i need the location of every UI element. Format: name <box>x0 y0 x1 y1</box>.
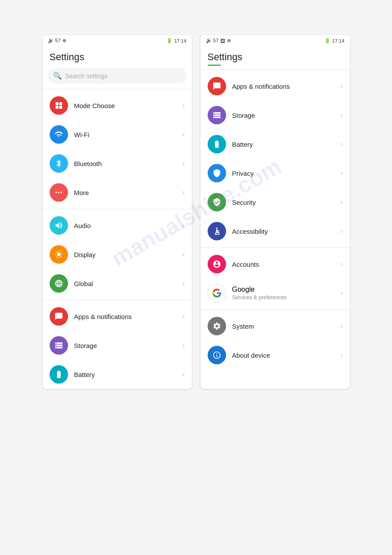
right-divider-3 <box>201 309 350 310</box>
right-privacy-label: Privacy <box>232 170 341 177</box>
left-battery-icon: 🔋 <box>166 38 173 44</box>
search-input[interactable]: Search settings <box>65 73 108 80</box>
battery-icon-left <box>50 365 68 384</box>
right-google-label: Google <box>232 286 341 294</box>
left-group-3: Apps & notifications › Storage › Battery… <box>43 302 192 389</box>
right-status-left: 🔊 57 🖼 ⊕ <box>206 38 231 44</box>
right-divider-2 <box>201 247 350 248</box>
right-settings-item-accessibility[interactable]: Accessibility › <box>201 217 350 246</box>
right-security-icon <box>208 193 226 211</box>
right-accounts-label: Accounts <box>232 261 341 268</box>
right-settings-item-apps-notifications[interactable]: Apps & notifications › <box>201 72 350 101</box>
right-about-device-label: About device <box>232 352 341 359</box>
right-accessibility-chevron: › <box>340 227 342 235</box>
right-status-right: 🔋 17:14 <box>324 38 345 44</box>
right-security-label: Security <box>232 199 341 206</box>
right-screen-title: Settings <box>201 46 350 65</box>
settings-item-global[interactable]: Global › <box>43 269 192 298</box>
right-screen-title-underline <box>208 65 221 66</box>
right-time: 17:14 <box>332 38 345 44</box>
right-battery-label: Battery <box>232 141 341 148</box>
left-time: 17:14 <box>174 38 187 44</box>
right-accessibility-label: Accessibility <box>232 228 341 235</box>
right-privacy-icon <box>208 164 226 182</box>
right-google-chevron: › <box>340 289 342 297</box>
apps-notifications-icon-left <box>50 307 68 326</box>
audio-chevron: › <box>182 221 184 229</box>
wifi-chevron: › <box>182 131 184 138</box>
svg-rect-1 <box>59 102 62 105</box>
settings-item-battery[interactable]: Battery › <box>43 360 192 389</box>
search-icon: 🔍 <box>53 72 62 80</box>
settings-item-audio[interactable]: Audio › <box>43 211 192 240</box>
right-about-device-icon <box>208 346 226 364</box>
settings-item-display[interactable]: Display › <box>43 240 192 269</box>
right-storage-chevron: › <box>340 111 342 119</box>
storage-chevron-left: › <box>182 341 184 349</box>
right-apps-notifications-chevron: › <box>340 82 342 90</box>
right-system-icon <box>208 317 226 335</box>
mode-choose-chevron: › <box>182 102 184 109</box>
right-group-3: System › About device › <box>201 312 350 370</box>
svg-rect-2 <box>55 106 58 109</box>
audio-label: Audio <box>74 222 183 229</box>
wifi-label: Wi-Fi <box>74 131 183 138</box>
right-phone-screen: 🔊 57 🖼 ⊕ 🔋 17:14 Settings <box>201 35 350 389</box>
right-google-sublabel: Services & preferences <box>232 294 341 301</box>
right-cast-icon: ⊕ <box>227 38 231 44</box>
right-accounts-icon <box>208 255 226 273</box>
global-chevron: › <box>182 279 184 287</box>
left-volume-icon: 🔊 57 <box>48 38 61 44</box>
display-chevron: › <box>182 250 184 258</box>
storage-label-left: Storage <box>74 342 183 349</box>
right-storage-label: Storage <box>232 112 341 119</box>
right-settings-item-privacy[interactable]: Privacy › <box>201 159 350 188</box>
right-accessibility-icon <box>208 222 226 240</box>
screens-container: 🔊 57 ⊕ 🔋 17:14 Settings 🔍 Search setting… <box>43 35 350 389</box>
right-settings-item-security[interactable]: Security › <box>201 188 350 217</box>
right-battery-icon <box>208 135 226 153</box>
settings-item-mode-choose[interactable]: Mode Choose › <box>43 91 192 120</box>
left-group-1: Mode Choose › Wi-Fi › Bluetooth › <box>43 91 192 207</box>
settings-item-apps-notifications[interactable]: Apps & notifications › <box>43 302 192 331</box>
right-settings-item-google[interactable]: Google Services & preferences › <box>201 279 350 308</box>
right-about-device-chevron: › <box>340 351 342 359</box>
right-settings-item-about-device[interactable]: About device › <box>201 341 350 370</box>
left-search-bar[interactable]: 🔍 Search settings <box>48 68 187 83</box>
right-settings-item-storage[interactable]: Storage › <box>201 101 350 130</box>
svg-point-4 <box>55 192 57 193</box>
global-icon <box>50 274 68 293</box>
settings-item-storage[interactable]: Storage › <box>43 331 192 360</box>
right-settings-item-battery[interactable]: Battery › <box>201 130 350 159</box>
left-divider-2 <box>43 209 192 209</box>
right-status-bar: 🔊 57 🖼 ⊕ 🔋 17:14 <box>201 35 350 46</box>
more-chevron: › <box>182 189 184 196</box>
right-privacy-chevron: › <box>340 169 342 177</box>
right-settings-item-accounts[interactable]: Accounts › <box>201 250 350 279</box>
mode-choose-label: Mode Choose <box>74 102 183 109</box>
left-status-left: 🔊 57 ⊕ <box>48 38 66 44</box>
settings-item-wifi[interactable]: Wi-Fi › <box>43 120 192 149</box>
right-system-label: System <box>232 323 341 330</box>
right-apps-notifications-label: Apps & notifications <box>232 83 341 90</box>
settings-item-more[interactable]: More › <box>43 178 192 207</box>
left-phone-screen: 🔊 57 ⊕ 🔋 17:14 Settings 🔍 Search setting… <box>43 35 192 389</box>
display-icon <box>50 245 68 264</box>
right-battery-icon: 🔋 <box>324 38 331 44</box>
right-divider-top <box>201 69 350 70</box>
left-status-right: 🔋 17:14 <box>166 38 187 44</box>
left-screen-title: Settings <box>43 46 192 65</box>
right-settings-item-system[interactable]: System › <box>201 312 350 341</box>
right-group-1: Apps & notifications › Storage › Battery… <box>201 72 350 246</box>
right-battery-chevron: › <box>340 140 342 148</box>
settings-item-bluetooth[interactable]: Bluetooth › <box>43 149 192 178</box>
right-google-icon <box>208 284 226 302</box>
right-accounts-chevron: › <box>340 260 342 268</box>
storage-icon-left <box>50 336 68 355</box>
svg-rect-3 <box>59 106 62 109</box>
right-group-2: Accounts › Google Services & preferences… <box>201 250 350 308</box>
more-label: More <box>74 189 183 196</box>
svg-point-5 <box>58 192 59 193</box>
battery-chevron-left: › <box>182 370 184 378</box>
left-group-2: Audio › Display › Global › <box>43 211 192 298</box>
